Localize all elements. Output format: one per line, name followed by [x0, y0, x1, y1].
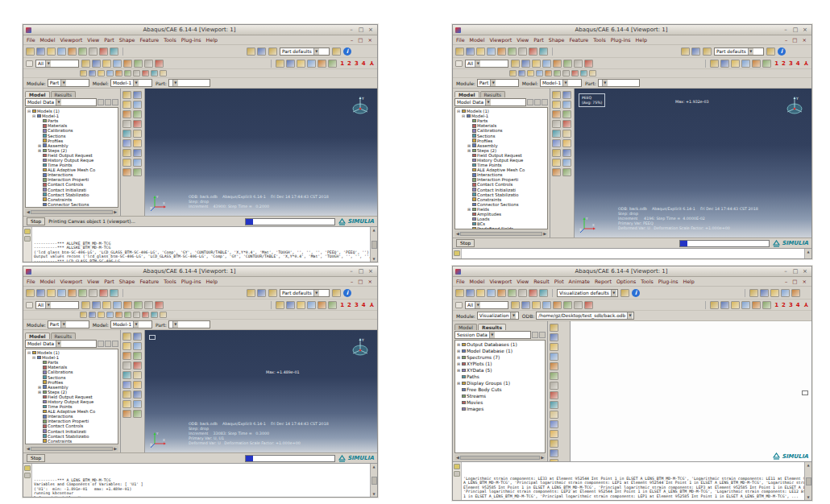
create-part-icon[interactable]: [122, 91, 131, 99]
xy-data-create-icon[interactable]: [550, 382, 558, 390]
maximize-button[interactable]: □: [357, 26, 365, 34]
view-orientation-triad-icon[interactable]: Y: [784, 95, 805, 118]
viewport-annotation-icon[interactable]: [550, 449, 558, 457]
pattern-icon[interactable]: [133, 371, 142, 379]
solid-extrude-icon[interactable]: [122, 120, 131, 128]
free-body-cut-icon[interactable]: [550, 411, 558, 419]
create-set-icon[interactable]: [536, 70, 543, 76]
mdi-window-buttons[interactable]: – □ ×: [785, 37, 808, 43]
context-combo[interactable]: Visualization▼: [477, 312, 519, 320]
menu-item[interactable]: View: [517, 279, 529, 284]
new-model-icon[interactable]: [455, 48, 464, 56]
render-hidden-icon[interactable]: [529, 48, 537, 56]
query-info-icon[interactable]: [98, 70, 105, 76]
menu-item[interactable]: Shape: [549, 37, 565, 43]
partition-cell-icon[interactable]: [133, 342, 142, 350]
create-sketch-icon[interactable]: [562, 91, 571, 99]
cycle-views-icon[interactable]: [762, 301, 771, 309]
color-code-layers-icon[interactable]: [620, 289, 629, 297]
view-preset-button[interactable]: 4: [361, 302, 367, 308]
customize-icon[interactable]: [133, 168, 142, 176]
minimize-button[interactable]: –: [782, 26, 790, 34]
color-code-icon[interactable]: [124, 312, 131, 318]
folder-a-icon[interactable]: [574, 60, 583, 68]
session-objects-icon[interactable]: [68, 48, 77, 56]
render-hidden-icon[interactable]: [529, 289, 537, 297]
duplicate-icon[interactable]: [563, 301, 572, 309]
menu-item[interactable]: File: [27, 279, 35, 284]
scale-icon[interactable]: [562, 139, 571, 147]
datum-icon[interactable]: [122, 101, 131, 109]
scale-icon[interactable]: [133, 139, 142, 147]
view-preset-button[interactable]: 4: [361, 60, 367, 67]
color-code-layers-icon[interactable]: [766, 48, 775, 56]
menu-item[interactable]: Feature: [139, 37, 159, 43]
close-button[interactable]: ×: [367, 267, 375, 275]
stop-button[interactable]: Stop: [456, 239, 475, 247]
menu-item[interactable]: Part: [533, 37, 543, 43]
highlight-icon[interactable]: [542, 60, 551, 68]
save-icon[interactable]: [47, 48, 56, 56]
cli-tab-icon[interactable]: [24, 236, 31, 242]
tree-item[interactable]: ⊞Model Database (1): [456, 348, 544, 354]
model-tree-toggle-icon[interactable]: [268, 289, 277, 297]
query-icon[interactable]: [122, 168, 131, 176]
console-scrollbar[interactable]: ▲▼: [804, 462, 811, 500]
close-button[interactable]: ×: [367, 26, 375, 34]
view-preset-button[interactable]: 2: [347, 60, 352, 67]
close-button[interactable]: ×: [801, 26, 809, 34]
color-code-icon[interactable]: [554, 70, 561, 76]
query-info-icon[interactable]: [98, 312, 105, 318]
menu-item[interactable]: Plug-ins: [611, 37, 631, 43]
menu-item[interactable]: Options: [616, 279, 636, 284]
viewport-3d[interactable]: PEEQ(Avg: 75%) Max: +1.932e-03 ODB: back…: [575, 89, 811, 238]
cursor-select-icon[interactable]: [455, 302, 463, 308]
tree-item[interactable]: Predefined Fields: [456, 226, 546, 229]
tree-item[interactable]: ⊞XYPlots (1): [456, 361, 544, 367]
animate-scale-factor-icon[interactable]: [550, 362, 558, 370]
folder-b-icon[interactable]: [584, 301, 593, 309]
tab-results[interactable]: Results: [51, 91, 77, 97]
tree-collapse-icon[interactable]: [112, 341, 118, 347]
box-zoom-icon[interactable]: [307, 60, 316, 68]
tree-item[interactable]: Streams: [456, 393, 544, 399]
create-part-icon[interactable]: [122, 333, 131, 341]
render-shaded-icon[interactable]: [518, 48, 527, 56]
view-preset-button[interactable]: 3: [788, 302, 794, 308]
help-info-icon[interactable]: i: [778, 48, 786, 56]
duplicate-icon[interactable]: [563, 60, 572, 68]
linker-icon[interactable]: [142, 70, 149, 76]
help-info-icon[interactable]: i: [632, 289, 640, 297]
rotate-view-icon[interactable]: [720, 60, 729, 68]
fit-view-icon[interactable]: [317, 60, 326, 68]
magnify-view-icon[interactable]: [297, 60, 305, 68]
cursor-select-icon[interactable]: [26, 60, 33, 67]
menu-item[interactable]: Model: [470, 279, 485, 284]
box-select-icon[interactable]: [92, 60, 101, 68]
query-book-icon[interactable]: [247, 48, 255, 56]
menu-item[interactable]: Tools: [593, 37, 606, 43]
tree-item[interactable]: ⊞Fields: [27, 207, 117, 208]
menu-item[interactable]: Report: [595, 279, 612, 284]
selection-filter-combo[interactable]: All▼: [35, 60, 79, 68]
selection-filter-combo[interactable]: All▼: [35, 301, 79, 309]
create-sketch-icon[interactable]: [133, 333, 142, 341]
menu-item[interactable]: Part: [104, 279, 114, 284]
pattern-icon[interactable]: [133, 130, 142, 138]
title-bar[interactable]: Abaqus/CAE 6.14-4 [Viewport: 1] – □ ×: [23, 266, 377, 277]
print-icon[interactable]: [487, 289, 496, 297]
create-sketch-icon[interactable]: [133, 91, 142, 99]
lasso-select-icon[interactable]: [102, 60, 111, 68]
tree-scope-combo[interactable]: Model Data▼: [25, 98, 97, 106]
pan-view-icon[interactable]: [710, 301, 719, 309]
partition-cell-icon[interactable]: [562, 101, 571, 109]
defaults-combo[interactable]: Visualization defaults▼: [557, 289, 618, 297]
scale-icon[interactable]: [133, 381, 142, 389]
apply-stack-icon[interactable]: [691, 48, 700, 56]
tree-expand-icon[interactable]: [105, 99, 111, 105]
message-tab-icon[interactable]: [24, 465, 31, 471]
folder-b-icon[interactable]: [155, 301, 164, 309]
query-icon[interactable]: [552, 168, 561, 176]
context-combo[interactable]: Part▼: [48, 320, 89, 328]
highlight-icon[interactable]: [113, 60, 122, 68]
